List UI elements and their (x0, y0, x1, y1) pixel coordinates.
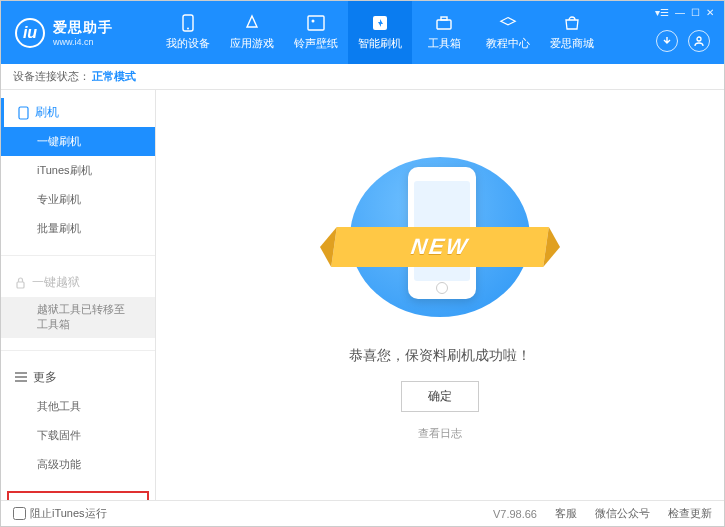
graduation-icon (499, 14, 517, 32)
options-box: 自动激活 跳过向导 (7, 491, 149, 500)
status-bar: 设备连接状态： 正常模式 (1, 64, 724, 90)
view-log-link[interactable]: 查看日志 (418, 426, 462, 441)
lock-icon (15, 276, 26, 289)
minimize-button[interactable]: — (675, 7, 685, 18)
svg-rect-8 (19, 107, 28, 119)
sidebar-header-more[interactable]: 更多 (1, 363, 155, 392)
sidebar-item-advanced[interactable]: 高级功能 (1, 450, 155, 479)
sidebar-item-pro-flash[interactable]: 专业刷机 (1, 185, 155, 214)
version-label: V7.98.66 (493, 508, 537, 520)
nav-apps-games[interactable]: 应用游戏 (220, 1, 284, 64)
sidebar-header-jailbreak: 一键越狱 (1, 268, 155, 297)
logo-title: 爱思助手 (53, 19, 113, 37)
flash-icon (371, 14, 389, 32)
sidebar-item-oneclick-flash[interactable]: 一键刷机 (1, 127, 155, 156)
maximize-button[interactable]: ☐ (691, 7, 700, 18)
sidebar-item-other-tools[interactable]: 其他工具 (1, 392, 155, 421)
svg-rect-2 (308, 16, 324, 30)
nav-tutorials[interactable]: 教程中心 (476, 1, 540, 64)
menu-icon[interactable]: ▾☰ (655, 7, 669, 18)
sidebar-jailbreak-note[interactable]: 越狱工具已转移至 工具箱 (1, 297, 155, 338)
appstore-icon (243, 14, 261, 32)
footer-wechat[interactable]: 微信公众号 (595, 506, 650, 521)
sidebar-item-download-firmware[interactable]: 下载固件 (1, 421, 155, 450)
svg-point-7 (697, 37, 701, 41)
image-icon (307, 14, 325, 32)
phone-small-icon (18, 106, 29, 120)
success-message: 恭喜您，保资料刷机成功啦！ (349, 347, 531, 365)
footer-support[interactable]: 客服 (555, 506, 577, 521)
nav-toolbox[interactable]: 工具箱 (412, 1, 476, 64)
toolbox-icon (435, 14, 453, 32)
download-button[interactable] (656, 30, 678, 52)
svg-point-1 (187, 28, 189, 30)
svg-rect-9 (17, 282, 24, 288)
nav-smart-flash[interactable]: 智能刷机 (348, 1, 412, 64)
app-logo: iu 爱思助手 www.i4.cn (1, 1, 156, 64)
ribbon-new: NEW (331, 227, 549, 267)
svg-rect-5 (437, 20, 451, 29)
status-mode: 正常模式 (92, 69, 136, 84)
nav-store[interactable]: 爱思商城 (540, 1, 604, 64)
footer-check-update[interactable]: 检查更新 (668, 506, 712, 521)
close-button[interactable]: ✕ (706, 7, 714, 18)
phone-icon (179, 14, 197, 32)
list-icon (15, 372, 27, 382)
logo-subtitle: www.i4.cn (53, 37, 113, 47)
nav-my-device[interactable]: 我的设备 (156, 1, 220, 64)
nav-ringtones-wallpapers[interactable]: 铃声壁纸 (284, 1, 348, 64)
success-illustration: NEW (340, 149, 540, 329)
svg-point-3 (312, 20, 315, 23)
sidebar-item-batch-flash[interactable]: 批量刷机 (1, 214, 155, 243)
status-label: 设备连接状态： (13, 69, 90, 84)
user-button[interactable] (688, 30, 710, 52)
store-icon (563, 14, 581, 32)
logo-icon: iu (15, 18, 45, 48)
sidebar-header-flash[interactable]: 刷机 (1, 98, 155, 127)
sidebar-item-itunes-flash[interactable]: iTunes刷机 (1, 156, 155, 185)
checkbox-block-itunes[interactable]: 阻止iTunes运行 (13, 506, 107, 521)
ok-button[interactable]: 确定 (401, 381, 479, 412)
svg-rect-6 (441, 17, 447, 20)
